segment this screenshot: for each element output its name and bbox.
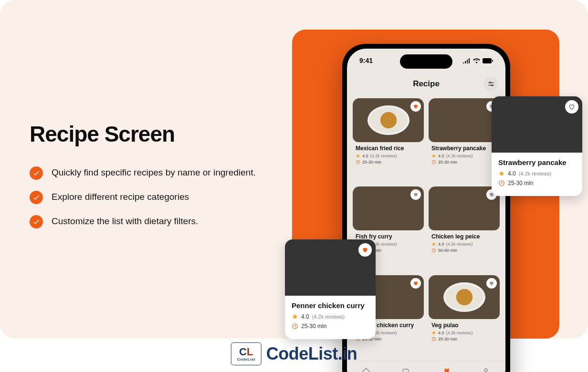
- feature-item: Customize the list with dietary filters.: [30, 215, 259, 228]
- user-icon: [482, 367, 490, 372]
- svg-point-3: [490, 82, 491, 83]
- recipe-card[interactable]: Mexican fried rice 4.0(4.2k reviews) 25-…: [353, 98, 424, 182]
- filter-button[interactable]: [483, 76, 499, 92]
- sliders-icon: [487, 80, 495, 88]
- star-icon: [431, 154, 436, 158]
- bottom-nav: Home Favorite Recipe Profile: [347, 361, 505, 372]
- svg-rect-13: [446, 367, 448, 369]
- phone-notch: [400, 54, 452, 69]
- status-icons: [463, 58, 493, 63]
- app-header: Recipe: [347, 73, 505, 94]
- star-icon: [292, 313, 298, 320]
- feature-list: Quickly find specific recipes by name or…: [30, 166, 259, 228]
- recipe-name: Veg pulao: [431, 322, 497, 329]
- feature-text: Explore different recipe categories: [52, 190, 189, 204]
- status-time: 9:41: [359, 57, 373, 64]
- star-icon: [431, 331, 436, 335]
- recipe-card[interactable]: Strawberry pancake 4.0(4.2k reviews) 25-…: [429, 98, 500, 182]
- recipe-card[interactable]: Veg pulao 4.0(4.2k reviews) 25-30 min: [429, 275, 500, 359]
- marketing-copy: Recipe Screen Quickly find specific reci…: [30, 121, 259, 239]
- recipe-name: Strawberry pancake: [498, 158, 576, 166]
- clock-icon: [431, 337, 436, 341]
- nav-home[interactable]: Home: [360, 367, 372, 372]
- svg-rect-1: [492, 60, 493, 62]
- hero-panel: Recipe Screen Quickly find specific reci…: [0, 0, 588, 339]
- star-icon: [431, 242, 436, 247]
- nav-profile[interactable]: Profile: [480, 367, 493, 372]
- favorite-toggle[interactable]: [565, 100, 578, 114]
- feature-item: Quickly find specific recipes by name or…: [30, 166, 259, 180]
- check-icon: [30, 191, 43, 204]
- recipe-name: Penner chicken curry: [292, 301, 369, 310]
- recipe-name: Mexican fried rice: [356, 145, 421, 152]
- brand-footer: CL CodeList CodeList.in: [231, 342, 357, 365]
- feature-text: Customize the list with dietary filters.: [52, 215, 198, 228]
- screen-title: Recipe: [413, 79, 440, 89]
- svg-point-14: [484, 369, 487, 372]
- svg-point-5: [492, 84, 493, 86]
- device-showcase: 9:41 Recipe: [292, 30, 559, 339]
- recipe-name: Chicken leg peice: [431, 233, 497, 240]
- nav-recipe[interactable]: Recipe: [440, 367, 453, 372]
- highlight-card-bottom[interactable]: Penner chicken curry 4.0(4.2k reviews) 2…: [285, 239, 376, 339]
- highlight-card-top[interactable]: Strawberry pancake 4.0(4.2k reviews) 25-…: [492, 96, 582, 196]
- check-icon: [30, 215, 43, 228]
- clock-icon: [431, 160, 436, 165]
- clock-icon: [292, 323, 298, 330]
- check-icon: [30, 166, 43, 180]
- nav-favorite[interactable]: Favorite: [398, 367, 414, 372]
- star-icon: [356, 154, 360, 158]
- clock-icon: [498, 180, 505, 186]
- star-icon: [498, 170, 505, 177]
- feature-text: Quickly find specific recipes by name or…: [52, 166, 256, 179]
- signal-icon: [463, 58, 471, 63]
- clipboard-icon: [442, 367, 451, 372]
- recipe-card[interactable]: Chicken leg peice 4.0(4.2k reviews) 50-6…: [429, 186, 500, 270]
- favorite-toggle[interactable]: [410, 101, 421, 112]
- favorite-toggle[interactable]: [410, 278, 421, 289]
- favorite-toggle[interactable]: [358, 243, 372, 257]
- clock-icon: [356, 160, 360, 165]
- home-icon: [362, 367, 370, 372]
- recipe-name: Strawberry pancake: [431, 145, 497, 152]
- svg-rect-0: [483, 58, 492, 63]
- brand-logo: CL CodeList: [231, 342, 262, 365]
- brand-name: CodeList.in: [266, 344, 357, 364]
- clock-icon: [431, 248, 436, 253]
- page-title: Recipe Screen: [30, 121, 259, 147]
- heart-icon: [401, 367, 410, 372]
- battery-icon: [483, 58, 493, 63]
- favorite-toggle[interactable]: [486, 278, 497, 289]
- feature-item: Explore different recipe categories: [30, 190, 259, 204]
- wifi-icon: [473, 58, 480, 63]
